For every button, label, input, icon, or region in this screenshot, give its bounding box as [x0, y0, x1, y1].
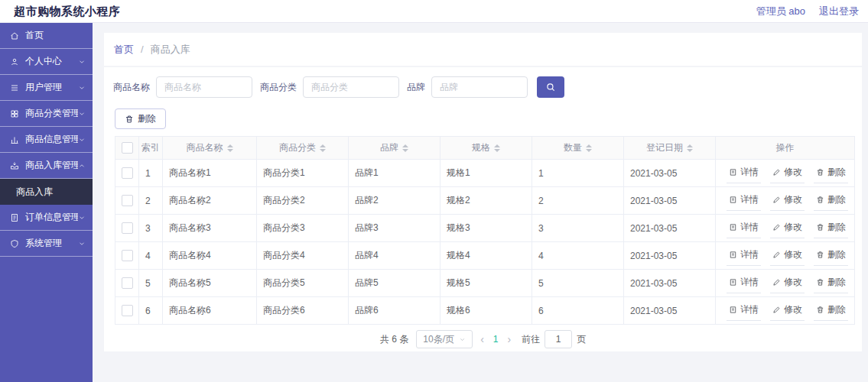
logout-link[interactable]: 退出登录 — [819, 5, 859, 18]
sort-desc-icon[interactable] — [320, 149, 326, 152]
sort-desc-icon[interactable] — [494, 149, 500, 152]
action-label: 删除 — [827, 193, 846, 206]
trash-icon — [816, 306, 824, 314]
chevron-down-icon — [78, 214, 86, 222]
delete-button[interactable]: 删除 — [814, 301, 848, 321]
next-page-button[interactable]: › — [508, 334, 512, 345]
sort-asc-icon[interactable] — [586, 144, 592, 147]
page-unit-label: 页 — [577, 333, 586, 346]
table-header-row: 索引商品名称商品分类品牌规格数量登记日期操作 — [115, 137, 855, 160]
cell-spec: 规格5 — [441, 270, 532, 297]
filter-brand-label: 品牌 — [407, 81, 425, 94]
sort-desc-icon[interactable] — [227, 149, 233, 152]
goto-page-input[interactable] — [545, 330, 572, 348]
sidebar-item-system-mgmt[interactable]: 系统管理 — [0, 231, 93, 257]
edit-button[interactable]: 修改 — [770, 191, 805, 211]
filter-category-input[interactable] — [303, 76, 399, 98]
action-label: 删除 — [827, 166, 846, 179]
edit-button[interactable]: 修改 — [770, 274, 805, 293]
edit-button[interactable]: 修改 — [770, 219, 805, 238]
edit-button[interactable]: 修改 — [770, 163, 805, 183]
sidebar-item-category-mgmt[interactable]: 商品分类管理 — [0, 101, 93, 127]
filter-name-input[interactable] — [156, 76, 252, 98]
cell-date: 2021-03-05 — [624, 297, 716, 325]
sidebar-item-user-mgmt[interactable]: 用户管理 — [0, 75, 93, 101]
row-checkbox[interactable] — [122, 250, 133, 261]
sort-carets — [402, 144, 408, 152]
delete-button[interactable]: 删除 — [814, 219, 848, 238]
cell-date: 2021-03-05 — [624, 160, 716, 187]
sidebar-item-stock-mgmt[interactable]: 商品入库管理 — [0, 153, 93, 179]
sidebar-item-product-info-mgmt[interactable]: 商品信息管理 — [0, 127, 93, 153]
cell-spec: 规格6 — [441, 297, 532, 325]
detail-button[interactable]: 详情 — [727, 191, 761, 211]
delete-button[interactable]: 删除 — [814, 246, 848, 266]
sort-desc-icon[interactable] — [402, 149, 408, 152]
cell-brand: 品牌5 — [349, 270, 441, 297]
col-header-brand[interactable]: 品牌 — [349, 137, 441, 160]
sort-asc-icon[interactable] — [227, 144, 233, 147]
row-checkbox[interactable] — [122, 167, 133, 179]
sidebar-subitem-stock-in[interactable]: 商品入库 — [0, 179, 93, 205]
bulk-delete-button[interactable]: 删除 — [115, 108, 166, 129]
sidebar: 首页个人中心用户管理商品分类管理商品信息管理商品入库管理商品入库订单信息管理系统… — [0, 23, 93, 382]
sidebar-item-home[interactable]: 首页 — [0, 23, 93, 49]
cell-name: 商品名称4 — [163, 242, 257, 270]
sidebar-item-profile[interactable]: 个人中心 — [0, 49, 93, 75]
col-header-category[interactable]: 商品分类 — [257, 137, 349, 160]
sort-asc-icon[interactable] — [687, 144, 693, 147]
breadcrumb-home-link[interactable]: 首页 — [114, 43, 134, 57]
sidebar-item-order-mgmt[interactable]: 订单信息管理 — [0, 205, 93, 231]
filter-brand-input[interactable] — [431, 76, 528, 98]
pencil-icon — [772, 168, 781, 176]
filter-category-label: 商品分类 — [260, 81, 297, 94]
pagination-total: 共 6 条 — [380, 333, 408, 346]
sidebar-subitem-label: 商品入库 — [16, 186, 53, 199]
delete-button[interactable]: 删除 — [814, 274, 848, 293]
col-header-date[interactable]: 登记日期 — [624, 137, 716, 160]
row-checkbox[interactable] — [122, 195, 133, 206]
cell-name: 商品名称3 — [163, 215, 257, 242]
cell-brand: 品牌2 — [349, 187, 441, 215]
action-label: 修改 — [784, 276, 802, 289]
edit-button[interactable]: 修改 — [770, 246, 805, 266]
prev-page-button[interactable]: ‹ — [480, 334, 484, 345]
cell-index: 4 — [139, 242, 163, 270]
row-checkbox[interactable] — [122, 222, 133, 234]
col-header-quantity[interactable]: 数量 — [532, 137, 624, 160]
search-button[interactable] — [537, 76, 564, 98]
detail-button[interactable]: 详情 — [727, 301, 761, 321]
cell-name: 商品名称6 — [163, 297, 257, 325]
cell-name: 商品名称5 — [163, 270, 257, 297]
cell-spec: 规格3 — [441, 215, 532, 242]
sort-desc-icon[interactable] — [687, 149, 693, 152]
detail-button[interactable]: 详情 — [727, 219, 761, 238]
delete-button[interactable]: 删除 — [814, 191, 848, 211]
sort-asc-icon[interactable] — [494, 144, 500, 147]
col-header-spec[interactable]: 规格 — [441, 137, 532, 160]
detail-button[interactable]: 详情 — [727, 246, 761, 266]
row-checkbox[interactable] — [122, 277, 133, 289]
app-title: 超市购物系统小程序 — [14, 0, 121, 23]
edit-button[interactable]: 修改 — [770, 301, 805, 321]
detail-button[interactable]: 详情 — [727, 274, 761, 293]
doc-icon — [729, 196, 737, 204]
page-size-select[interactable]: 10条/页 — [416, 330, 473, 348]
current-page[interactable]: 1 — [492, 334, 500, 345]
sort-carets — [586, 144, 592, 152]
cell-quantity: 1 — [532, 160, 624, 187]
cell-category: 商品分类4 — [257, 242, 349, 270]
detail-button[interactable]: 详情 — [727, 163, 761, 183]
sort-desc-icon[interactable] — [586, 149, 592, 152]
action-label: 修改 — [784, 193, 802, 206]
col-header-name[interactable]: 商品名称 — [163, 137, 257, 160]
sort-asc-icon[interactable] — [402, 144, 408, 147]
chevron-down-icon — [459, 336, 466, 343]
home-icon — [10, 31, 19, 40]
cell-index: 1 — [139, 160, 163, 187]
select-all-checkbox[interactable] — [122, 142, 133, 154]
pencil-icon — [772, 306, 781, 314]
delete-button[interactable]: 删除 — [814, 163, 848, 183]
sort-asc-icon[interactable] — [320, 144, 326, 147]
row-checkbox[interactable] — [122, 305, 133, 316]
